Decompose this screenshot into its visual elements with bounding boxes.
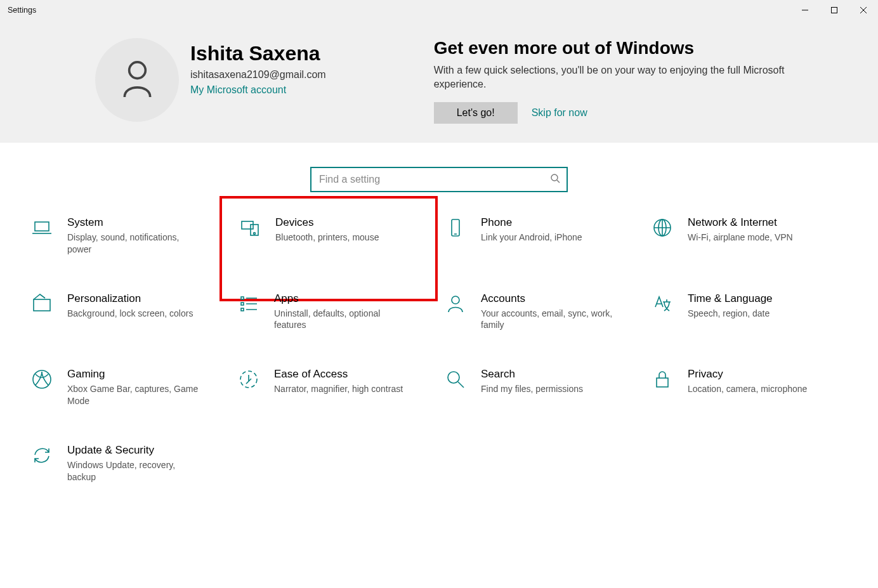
tile-title: Search [481, 368, 583, 381]
search-box[interactable] [310, 167, 568, 192]
tile-subtitle: Bluetooth, printers, mouse [275, 232, 379, 244]
tile-title: Apps [274, 292, 407, 305]
paint-icon [30, 292, 53, 315]
window-title: Settings [8, 6, 36, 15]
tile-title: Network & Internet [688, 216, 793, 229]
user-email: ishitasaxena2109@gmail.com [190, 69, 326, 81]
promo-subtitle: With a few quick selections, you'll be o… [434, 63, 815, 92]
lock-icon [651, 368, 674, 391]
search-input[interactable] [318, 173, 550, 186]
svg-rect-11 [241, 297, 244, 299]
svg-rect-7 [452, 219, 459, 236]
tile-gaming[interactable]: Gaming Xbox Game Bar, captures, Game Mod… [29, 365, 226, 410]
svg-rect-10 [34, 299, 50, 311]
tile-title: Devices [275, 216, 379, 229]
tile-devices[interactable]: Devices Bluetooth, printers, mouse [219, 196, 438, 301]
tile-network[interactable]: Network & Internet Wi-Fi, airplane mode,… [650, 214, 846, 258]
tile-subtitle: Wi-Fi, airplane mode, VPN [688, 232, 793, 244]
tile-title: Update & Security [67, 444, 200, 457]
settings-grid: System Display, sound, notifications, po… [0, 214, 878, 486]
promo-panel: Get even more out of Windows With a few … [434, 38, 815, 124]
accounts-icon [444, 292, 467, 315]
svg-point-2 [551, 174, 558, 181]
tile-update-security[interactable]: Update & Security Windows Update, recove… [29, 441, 226, 486]
header-panel: Ishita Saxena ishitasaxena2109@gmail.com… [0, 20, 878, 143]
tile-title: Time & Language [688, 292, 773, 305]
laptop-icon [30, 216, 53, 239]
svg-point-14 [452, 296, 459, 304]
tile-subtitle: Windows Update, recovery, backup [67, 459, 200, 483]
svg-rect-3 [35, 222, 49, 231]
tile-subtitle: Location, camera, microphone [688, 383, 807, 395]
svg-point-17 [448, 372, 459, 383]
tile-personalization[interactable]: Personalization Background, lock screen,… [29, 290, 226, 334]
phone-icon [444, 216, 467, 239]
promo-title: Get even more out of Windows [434, 38, 815, 58]
tile-subtitle: Your accounts, email, sync, work, family [481, 308, 614, 332]
tile-title: Ease of Access [274, 368, 403, 381]
tile-title: Accounts [481, 292, 614, 305]
search-row [0, 143, 878, 214]
skip-for-now-link[interactable]: Skip for now [532, 107, 587, 119]
search-tile-icon [444, 368, 467, 391]
promo-actions: Let's go! Skip for now [434, 102, 815, 124]
user-name: Ishita Saxena [190, 42, 326, 65]
tile-subtitle: Link your Android, iPhone [481, 232, 582, 244]
tile-title: Personalization [67, 292, 193, 305]
svg-rect-0 [832, 8, 837, 13]
ease-of-access-icon [237, 368, 260, 391]
gaming-icon [30, 368, 53, 391]
apps-list-icon [237, 292, 260, 315]
tile-title: Gaming [67, 368, 200, 381]
tile-apps[interactable]: Apps Uninstall, defaults, optional featu… [236, 290, 433, 334]
tile-subtitle: Xbox Game Bar, captures, Game Mode [67, 383, 200, 407]
window-controls [790, 0, 878, 20]
tile-subtitle: Display, sound, notifications, power [67, 232, 200, 256]
tile-phone[interactable]: Phone Link your Android, iPhone [443, 214, 639, 258]
minimize-button[interactable] [790, 0, 820, 20]
globe-icon [651, 216, 674, 239]
tile-system[interactable]: System Display, sound, notifications, po… [29, 214, 226, 258]
user-info: Ishita Saxena ishitasaxena2109@gmail.com… [190, 38, 326, 124]
tile-subtitle: Uninstall, defaults, optional features [274, 308, 407, 332]
tile-title: Phone [481, 216, 582, 229]
svg-point-1 [129, 62, 145, 78]
title-bar: Settings [0, 0, 878, 20]
maximize-button[interactable] [820, 0, 849, 20]
avatar[interactable] [95, 38, 179, 122]
tile-subtitle: Find my files, permissions [481, 383, 583, 395]
tile-subtitle: Background, lock screen, colors [67, 308, 193, 320]
tile-accounts[interactable]: Accounts Your accounts, email, sync, wor… [443, 290, 639, 334]
svg-rect-4 [242, 221, 253, 229]
tile-time-language[interactable]: Time & Language Speech, region, date [650, 290, 846, 334]
tile-search[interactable]: Search Find my files, permissions [443, 365, 639, 410]
tile-title: System [67, 216, 200, 229]
my-microsoft-account-link[interactable]: My Microsoft account [190, 84, 326, 96]
devices-icon [239, 216, 261, 239]
close-button[interactable] [849, 0, 878, 20]
svg-rect-18 [657, 378, 668, 387]
tile-privacy[interactable]: Privacy Location, camera, microphone [650, 365, 846, 410]
svg-rect-13 [241, 308, 244, 311]
svg-rect-12 [241, 303, 244, 305]
language-icon [651, 292, 674, 315]
tile-ease-of-access[interactable]: Ease of Access Narrator, magnifier, high… [236, 365, 433, 410]
tile-subtitle: Narrator, magnifier, high contrast [274, 383, 403, 395]
svg-point-6 [254, 232, 256, 234]
person-icon [120, 58, 155, 102]
search-icon [550, 173, 560, 186]
tile-title: Privacy [688, 368, 807, 381]
sync-icon [30, 444, 53, 467]
tile-subtitle: Speech, region, date [688, 308, 773, 320]
svg-rect-5 [251, 225, 258, 235]
lets-go-button[interactable]: Let's go! [434, 102, 518, 124]
